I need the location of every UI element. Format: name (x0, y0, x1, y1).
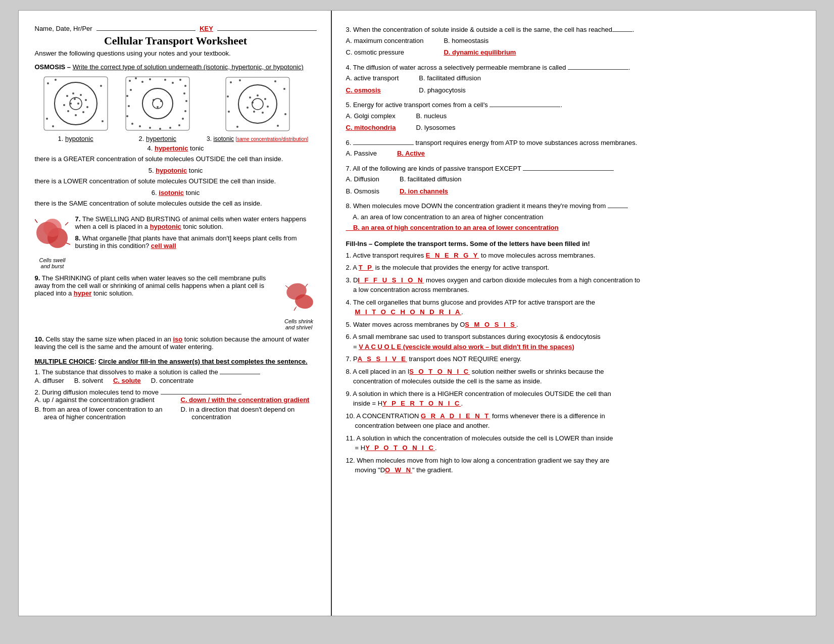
rq3-b: B. homeostasis (444, 36, 516, 46)
rq7-left: A. Diffusion B. Osmosis (346, 174, 379, 196)
svg-point-9 (72, 92, 74, 94)
svg-point-64 (262, 112, 264, 114)
fill-6: 6. A small membrane sac used to transpor… (346, 332, 800, 352)
osmosis-title: OSMOSIS – Write the correct type of solu… (35, 63, 317, 71)
svg-point-5 (46, 118, 48, 120)
svg-point-54 (284, 113, 286, 115)
svg-point-71 (43, 219, 62, 237)
fill-9: 9. A solution in which there is a HIGHER… (346, 389, 800, 409)
mc-heading: MULTIPLE CHOICE: (35, 358, 99, 365)
mc-q2-d: D. in a direction that doesn't depend on… (181, 406, 317, 421)
mc-q2-c: C. down / with the concentration gradien… (181, 396, 317, 404)
svg-point-18 (77, 103, 79, 105)
svg-point-50 (230, 81, 232, 83)
mc-q2-options: A. up / against the concentration gradie… (35, 396, 317, 421)
name-underline (96, 30, 196, 31)
svg-point-61 (257, 94, 259, 96)
rq3-d: D. dynamic equilibrium (444, 47, 516, 58)
svg-point-68 (252, 98, 263, 110)
fill-5-answer: S M O S I S (465, 321, 516, 328)
fill-1: 1. Active transport requires E N E R G Y… (346, 251, 800, 261)
svg-point-65 (253, 111, 255, 113)
rq6-blank (353, 144, 414, 145)
svg-point-8 (66, 95, 68, 97)
svg-point-59 (238, 85, 277, 123)
mc-q2-left: A. up / against the concentration gradie… (35, 396, 171, 421)
mc-title: MULTIPLE CHOICE: Circle and/or fill-in t… (35, 358, 317, 365)
page-subtitle: Answer the following questions using you… (35, 49, 317, 57)
mc-q1-b: B. solvent (74, 377, 103, 384)
svg-point-15 (67, 110, 69, 112)
svg-point-39 (131, 123, 133, 125)
swell-label: Cells swelland burst (35, 257, 70, 269)
osmosis-instruction: Write the correct type of solution under… (73, 63, 304, 71)
svg-line-72 (35, 219, 37, 223)
rq5-d: D. lysosomes (416, 123, 455, 133)
mc-q2: 2. During diffusion molecules tend to mo… (35, 388, 317, 421)
svg-point-58 (227, 95, 229, 97)
osmosis-heading: OSMOSIS – (35, 63, 71, 71)
swell-svg (35, 215, 70, 256)
hypotonic-svg (43, 76, 109, 131)
right-column: 3. When the concentration of solute insi… (332, 11, 816, 616)
fill-5: 5. Water moves across membranes by OS M … (346, 320, 800, 330)
mc-q1-text: 1. The substance that dissolves to make … (35, 368, 317, 376)
rq5-b: B. nucleus (416, 111, 455, 121)
rq7-options: A. Diffusion B. Osmosis B. facilitated d… (346, 174, 800, 196)
rq4-c: C. osmosis (346, 85, 399, 95)
svg-point-12 (86, 106, 88, 108)
rq6-left: A. Passive (346, 148, 377, 159)
svg-point-51 (239, 79, 241, 81)
hypertonic-svg (125, 76, 190, 131)
mc-q2-b: B. from an area of lower concentration t… (35, 406, 171, 421)
q9-number: 9. (35, 274, 40, 282)
svg-point-55 (277, 125, 279, 127)
svg-point-43 (130, 89, 132, 91)
rq8: 8. When molecules move DOWN the concentr… (346, 201, 800, 233)
rq4-a: A. active transport (346, 73, 399, 83)
fill-2: 2. A T P is the molecule that provides t… (346, 263, 800, 273)
fill-9-answer: Y P E R T O N I C (382, 400, 461, 407)
rq6-a: A. Passive (346, 148, 377, 159)
diagram-3-label: 3. isotonic [same concentration/distribu… (207, 135, 308, 142)
rq5-a: A. Golgi complex (346, 111, 396, 121)
diagram-hypotonic: 1. hypotonic (43, 76, 109, 142)
rq6: 6. transport requires energy from ATP to… (346, 138, 800, 159)
rq8-b: B. an area of high concentration to an a… (346, 223, 800, 233)
q4-detail: there is a GREATER concentration of solu… (35, 155, 317, 163)
rq5-blank (489, 107, 560, 107)
page-title: Cellular Transport Worksheet (35, 34, 317, 47)
svg-line-73 (65, 222, 68, 225)
shrink-svg (281, 276, 317, 317)
svg-point-44 (142, 88, 173, 119)
mc-section: MULTIPLE CHOICE: Circle and/or fill-in t… (35, 358, 317, 421)
q10-answer: iso (173, 335, 182, 343)
svg-point-32 (184, 110, 186, 112)
fill-11: 11. A solution in which the concentratio… (346, 433, 800, 453)
rq3-right: B. homeostasis D. dynamic equilibrium (444, 36, 516, 58)
fill-ins-title: Fill-Ins – Complete the transport terms.… (346, 240, 800, 247)
key-label: KEY (200, 25, 213, 32)
svg-point-60 (249, 96, 251, 98)
rq7-d: D. ion channels (400, 186, 462, 196)
svg-point-47 (157, 106, 159, 108)
q7-answer: hypotonic (150, 223, 181, 230)
svg-point-42 (126, 95, 128, 97)
header-line: Name, Date, Hr/Per KEY (35, 25, 317, 32)
svg-point-29 (184, 85, 186, 87)
rq7-b2: B. facilitated diffusion (400, 174, 462, 184)
fill-8: 8. A cell placed in an IS O T O N I C so… (346, 367, 800, 386)
fill-7: 7. PA S S I V E transport does NOT REQUI… (346, 354, 800, 364)
fill-7-answer: A S S I V E (358, 355, 407, 363)
rq4-left: A. active transport C. osmosis (346, 73, 399, 95)
svg-point-40 (126, 115, 128, 117)
rq7-right: B. facilitated diffusion D. ion channels (400, 174, 462, 196)
svg-point-57 (228, 111, 230, 113)
q4: 4. hypertonic tonic (35, 144, 317, 152)
svg-point-38 (139, 125, 141, 127)
q7-number: 7. (75, 215, 81, 223)
svg-point-14 (75, 114, 77, 116)
rq4-text: 4. The diffusion of water across a selec… (346, 63, 800, 73)
svg-point-53 (283, 88, 285, 90)
cells-shrink-image: Cells shrinkand shrivel (281, 276, 317, 330)
